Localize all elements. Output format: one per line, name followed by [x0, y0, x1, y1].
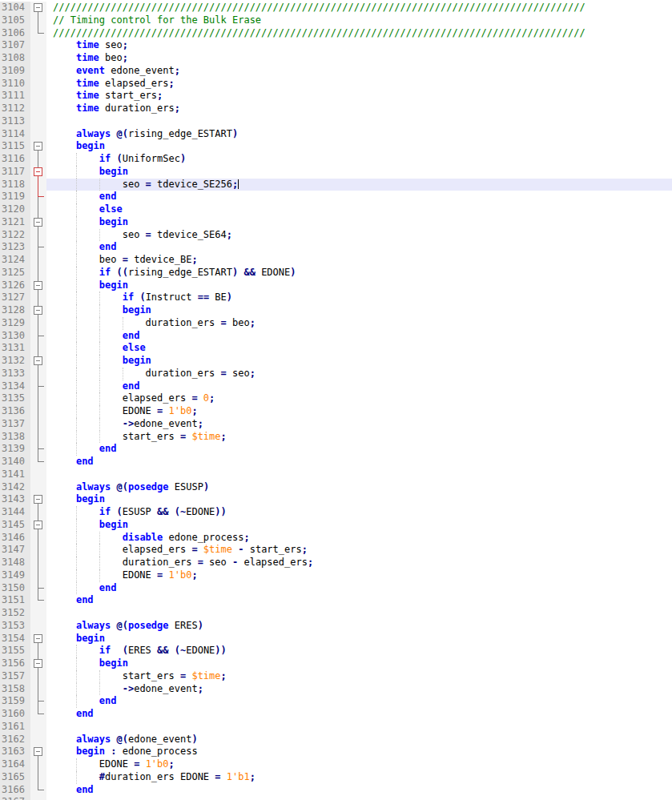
code-text[interactable]: if (ESUSP && (~EDONE))	[46, 506, 672, 519]
fold-collapse-icon[interactable]	[34, 306, 42, 315]
code-text[interactable]: ->edone_event;	[46, 418, 672, 431]
code-text[interactable]	[46, 721, 672, 734]
line-number[interactable]: 3131	[0, 342, 30, 355]
line-number[interactable]: 3153	[0, 620, 30, 633]
line-number[interactable]: 3123	[0, 241, 30, 254]
fold-collapse-icon[interactable]	[34, 521, 42, 529]
code-text[interactable]: beo = tdevice_BE;	[46, 254, 672, 267]
line-number[interactable]: 3138	[0, 431, 30, 444]
line-number[interactable]: 3146	[0, 532, 30, 545]
code-text[interactable]: if (Instruct == BE)	[46, 291, 672, 304]
code-text[interactable]: begin	[46, 657, 672, 670]
line-number[interactable]: 3114	[0, 128, 30, 141]
line-number[interactable]: 3111	[0, 90, 30, 103]
code-text[interactable]: EDONE = 1'b0;	[46, 758, 672, 771]
fold-collapse-icon[interactable]	[34, 356, 42, 365]
code-text[interactable]: begin	[46, 519, 672, 532]
code-text[interactable]: duration_ers = beo;	[46, 317, 672, 330]
line-number[interactable]: 3105	[0, 14, 30, 27]
code-text[interactable]: end	[46, 456, 672, 468]
line-number[interactable]: 3163	[0, 746, 30, 758]
code-text[interactable]: end	[46, 191, 672, 203]
code-text[interactable]: #duration_ers EDONE = 1'b1;	[46, 771, 672, 784]
line-number[interactable]: 3156	[0, 657, 30, 670]
code-text[interactable]: EDONE = 1'b0;	[46, 569, 672, 582]
line-number[interactable]: 3155	[0, 645, 30, 657]
code-text[interactable]: elapsed_ers = $time - start_ers;	[46, 544, 672, 557]
line-number[interactable]: 3119	[0, 191, 30, 203]
line-number[interactable]: 3150	[0, 582, 30, 595]
code-text[interactable]: end	[46, 594, 672, 607]
code-text[interactable]: ////////////////////////////////////////…	[46, 27, 672, 40]
line-number[interactable]: 3134	[0, 380, 30, 393]
code-text[interactable]: if (UniformSec)	[46, 153, 672, 166]
code-text[interactable]	[46, 796, 672, 800]
code-text[interactable]: begin	[46, 140, 672, 153]
line-number[interactable]: 3136	[0, 405, 30, 418]
line-number[interactable]: 3130	[0, 330, 30, 343]
line-number[interactable]: 3112	[0, 103, 30, 115]
code-text[interactable]: always @(posedge ERES)	[46, 620, 672, 633]
code-text[interactable]: elapsed_ers = 0;	[46, 392, 672, 405]
fold-collapse-icon[interactable]	[34, 167, 42, 176]
code-text[interactable]: time elapsed_ers;	[46, 78, 672, 90]
code-text[interactable]	[46, 115, 672, 128]
code-text[interactable]: time beo;	[46, 52, 672, 65]
code-text[interactable]: always @(edone_event)	[46, 734, 672, 746]
code-text[interactable]: if (ERES && (~EDONE))	[46, 645, 672, 657]
code-text[interactable]: end	[46, 708, 672, 721]
code-text[interactable]: begin	[46, 216, 672, 229]
code-text[interactable]: begin	[46, 355, 672, 368]
line-number[interactable]: 3140	[0, 456, 30, 468]
line-number[interactable]: 3144	[0, 506, 30, 519]
line-number[interactable]: 3116	[0, 153, 30, 166]
line-number[interactable]: 3149	[0, 569, 30, 582]
line-number[interactable]: 3124	[0, 254, 30, 267]
code-text[interactable]: begin	[46, 633, 672, 645]
line-number[interactable]: 3151	[0, 594, 30, 607]
code-text[interactable]: seo = tdevice_SE256;	[46, 179, 672, 191]
code-text[interactable]: event edone_event;	[46, 65, 672, 78]
code-text[interactable]: EDONE = 1'b0;	[46, 405, 672, 418]
code-text[interactable]: begin	[46, 166, 672, 179]
fold-collapse-icon[interactable]	[34, 659, 42, 668]
line-number[interactable]: 3113	[0, 115, 30, 128]
line-number[interactable]: 3162	[0, 734, 30, 746]
code-text[interactable]: duration_ers = seo;	[46, 368, 672, 380]
fold-collapse-icon[interactable]	[34, 281, 42, 290]
line-number[interactable]: 3110	[0, 78, 30, 90]
code-text[interactable]: end	[46, 784, 672, 797]
fold-collapse-icon[interactable]	[34, 218, 42, 227]
line-number[interactable]: 3147	[0, 544, 30, 557]
fold-collapse-icon[interactable]	[34, 634, 42, 643]
fold-collapse-icon[interactable]	[34, 495, 42, 504]
code-text[interactable]: begin	[46, 304, 672, 317]
code-text[interactable]: time start_ers;	[46, 90, 672, 103]
code-text[interactable]: end	[46, 380, 672, 393]
line-number[interactable]: 3107	[0, 39, 30, 52]
line-number[interactable]: 3167	[0, 796, 30, 800]
line-number[interactable]: 3139	[0, 443, 30, 456]
line-number[interactable]: 3152	[0, 607, 30, 620]
line-number[interactable]: 3106	[0, 27, 30, 40]
line-number[interactable]: 3108	[0, 52, 30, 65]
line-number[interactable]: 3161	[0, 721, 30, 734]
code-text[interactable]: always @(rising_edge_ESTART)	[46, 128, 672, 141]
code-text[interactable]: start_ers = $time;	[46, 431, 672, 444]
code-text[interactable]: start_ers = $time;	[46, 670, 672, 683]
line-number[interactable]: 3121	[0, 216, 30, 229]
code-text[interactable]: // Timing control for the Bulk Erase	[46, 14, 672, 27]
line-number[interactable]: 3125	[0, 267, 30, 279]
line-number[interactable]: 3164	[0, 758, 30, 771]
line-number[interactable]: 3133	[0, 368, 30, 380]
code-text[interactable]: time duration_ers;	[46, 103, 672, 115]
line-number[interactable]: 3157	[0, 670, 30, 683]
line-number[interactable]: 3135	[0, 392, 30, 405]
line-number[interactable]: 3129	[0, 317, 30, 330]
line-number[interactable]: 3137	[0, 418, 30, 431]
code-text[interactable]: begin	[46, 493, 672, 506]
line-number[interactable]: 3126	[0, 279, 30, 292]
line-number[interactable]: 3143	[0, 493, 30, 506]
code-text[interactable]: ////////////////////////////////////////…	[46, 2, 672, 14]
line-number[interactable]: 3132	[0, 355, 30, 368]
